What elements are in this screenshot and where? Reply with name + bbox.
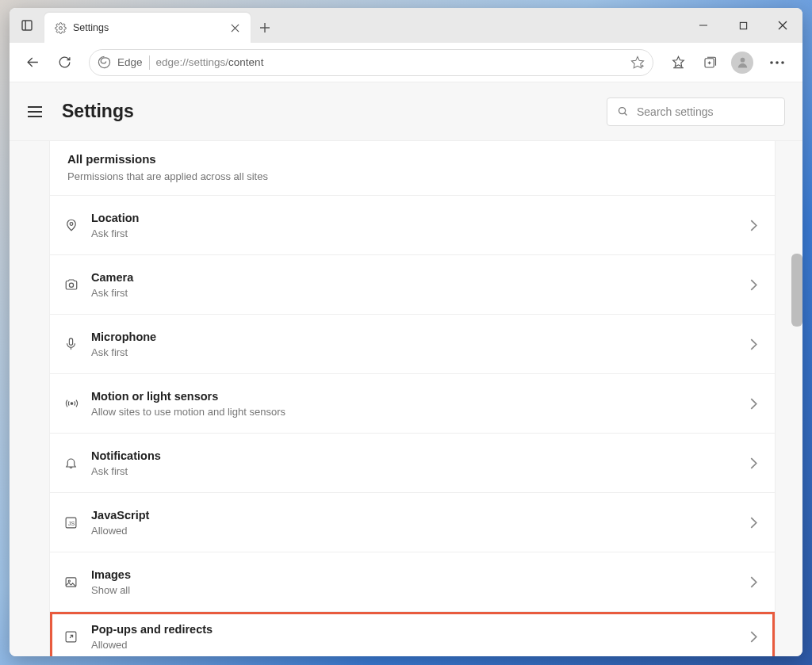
star-add-favorite-icon[interactable] [630, 55, 645, 70]
tab-close-button[interactable] [225, 18, 244, 37]
row-sub: Allowed [91, 525, 750, 537]
back-button[interactable] [19, 49, 46, 76]
svg-point-33 [71, 403, 73, 405]
settings-header: Settings Search settings [10, 82, 802, 141]
svg-point-37 [68, 579, 70, 581]
row-label: JavaScript [91, 509, 750, 522]
svg-point-21 [770, 61, 773, 64]
address-separator [149, 55, 150, 70]
svg-point-2 [59, 26, 62, 29]
toolbar: Edge edge://settings/content [10, 43, 802, 82]
chevron-right-icon [750, 220, 757, 231]
chevron-right-icon [750, 517, 757, 529]
edge-logo-icon [98, 55, 111, 69]
new-tab-button[interactable] [251, 13, 279, 43]
svg-point-30 [69, 283, 73, 287]
profile-button[interactable] [731, 52, 753, 74]
permission-row-location[interactable]: Location Ask first [50, 196, 775, 255]
image-icon [64, 575, 78, 589]
permission-row-notifications[interactable]: Notifications Ask first [50, 434, 775, 493]
permission-row-microphone[interactable]: Microphone Ask first [50, 315, 775, 374]
permissions-panel: All permissions Permissions that are app… [49, 141, 776, 656]
row-sub: Ask first [91, 346, 750, 358]
search-placeholder: Search settings [637, 105, 714, 118]
url-prefix: edge://settings/ [156, 56, 229, 68]
search-icon [617, 105, 629, 117]
svg-point-23 [781, 61, 784, 64]
row-label: Notifications [91, 449, 750, 462]
javascript-icon: JS [64, 516, 78, 529]
permission-row-javascript[interactable]: JS JavaScript Allowed [50, 493, 775, 552]
close-window-button[interactable] [763, 8, 802, 43]
permission-row-popups[interactable]: Pop-ups and redirects Allowed [50, 612, 775, 656]
row-sub: Ask first [91, 287, 750, 299]
svg-rect-0 [22, 21, 32, 30]
url-suffix: content [228, 56, 263, 68]
gear-icon [54, 21, 67, 34]
chevron-right-icon [750, 338, 757, 350]
favorites-button[interactable] [665, 49, 691, 76]
camera-icon [64, 277, 79, 292]
chevron-right-icon [750, 279, 757, 291]
chevron-right-icon [750, 576, 757, 588]
tab-label: Settings [73, 22, 225, 33]
row-sub: Show all [91, 584, 750, 596]
more-menu-button[interactable] [761, 49, 793, 76]
svg-rect-8 [740, 22, 746, 29]
tab-actions-button[interactable] [10, 8, 44, 43]
permission-row-images[interactable]: Images Show all [50, 552, 775, 612]
section-subtitle: Permissions that are applied across all … [67, 170, 757, 182]
permission-row-motion-sensors[interactable]: Motion or light sensors Allow sites to u… [50, 374, 775, 434]
browser-window: Settings Edge [10, 8, 802, 656]
chevron-right-icon [750, 457, 757, 469]
search-input[interactable]: Search settings [607, 97, 785, 126]
chevron-right-icon [750, 631, 757, 643]
maximize-button[interactable] [723, 8, 763, 43]
notification-icon [64, 456, 78, 470]
svg-point-29 [70, 223, 73, 226]
chevron-right-icon [750, 398, 757, 410]
section-title: All permissions [67, 152, 757, 166]
tab-settings[interactable]: Settings [44, 13, 251, 43]
svg-point-22 [776, 61, 779, 64]
row-label: Motion or light sensors [91, 390, 750, 403]
content-area: All permissions Permissions that are app… [10, 141, 802, 656]
refresh-button[interactable] [51, 49, 78, 76]
svg-marker-15 [672, 56, 683, 67]
popup-icon [64, 630, 78, 644]
svg-rect-31 [69, 338, 72, 346]
permission-row-camera[interactable]: Camera Ask first [50, 255, 775, 315]
microphone-icon [64, 337, 78, 351]
row-label: Images [91, 568, 750, 581]
settings-menu-button[interactable] [27, 105, 49, 118]
address-bar[interactable]: Edge edge://settings/content [89, 49, 653, 76]
collections-button[interactable] [696, 49, 723, 76]
svg-point-20 [740, 58, 745, 63]
svg-point-27 [619, 108, 626, 114]
row-label: Microphone [91, 331, 750, 343]
row-sub: Allowed [91, 639, 750, 651]
svg-line-28 [625, 113, 627, 116]
row-label: Camera [91, 271, 750, 284]
browser-name-label: Edge [117, 56, 143, 68]
motion-sensor-icon [64, 398, 79, 409]
row-sub: Ask first [91, 227, 750, 239]
row-label: Location [91, 212, 750, 224]
scrollbar-thumb[interactable] [791, 254, 802, 327]
row-sub: Allow sites to use motion and light sens… [91, 406, 750, 418]
minimize-button[interactable] [684, 8, 723, 43]
section-header: All permissions Permissions that are app… [50, 141, 775, 196]
row-sub: Ask first [91, 465, 750, 477]
location-icon [64, 218, 79, 232]
row-label: Pop-ups and redirects [91, 623, 750, 636]
page-title: Settings [62, 101, 134, 122]
svg-text:JS: JS [68, 521, 75, 527]
titlebar: Settings [10, 8, 802, 43]
